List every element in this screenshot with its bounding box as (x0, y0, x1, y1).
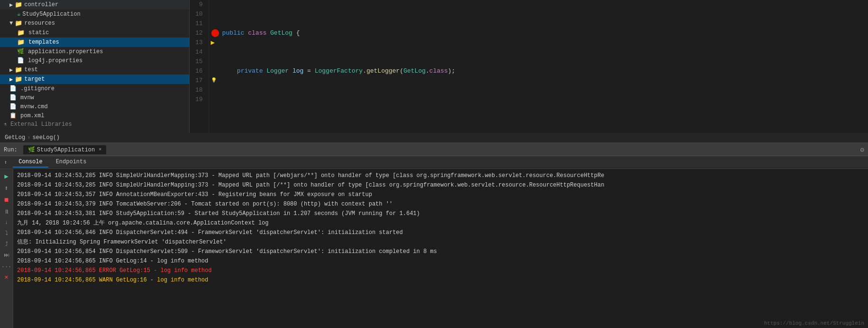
breadcrumb-class: GetLog (5, 134, 25, 141)
tree-pom[interactable]: 📋 pom.xml (0, 111, 189, 120)
class-icon: ☕ (17, 10, 20, 18)
line-numbers: 9 10 11 12 13 14 15 16 17 18 19 (190, 0, 209, 133)
breadcrumb-bar: GetLog › seeLog() (0, 133, 868, 143)
bottom-with-toolbar: ▶ ⬆ ■ ⏸ ↓ ⤵ ⤴ ⏭ ... ✕ 2018-09-14 10:24:5… (0, 169, 868, 328)
tree-mvnw-cmd[interactable]: 📄 mvnw.cmd (0, 102, 189, 111)
console-line-12: 2018-09-14 10:24:56,865 WARN GetLog:16 -… (13, 275, 868, 285)
leaf-icon: 🌿 (17, 48, 24, 55)
arrow-right-icon: ▶ (9, 76, 13, 83)
console-line-10: 2018-09-14 10:24:56,865 INFO GetLog:14 -… (13, 256, 868, 266)
watermark: https://blog.csdn.net/Strugglein (764, 320, 864, 326)
tree-test[interactable]: ▶ 📁 test (0, 65, 189, 75)
folder-icon: 📁 (15, 19, 22, 27)
xml-icon: 📋 (9, 112, 17, 119)
tree-controller[interactable]: ▶ 📁 controller (0, 0, 189, 9)
file-icon: 📄 (9, 94, 17, 101)
bottom-panel: Run: 🌿 Study5Application × ⚙ ⬆ Console E… (0, 143, 868, 328)
code-editor[interactable]: 9 10 11 12 13 14 15 16 17 18 19 ⬤ ▶ (190, 0, 868, 133)
tree-log4j[interactable]: 📄 log4j.properties (0, 56, 189, 65)
run-button[interactable]: ▶ (3, 171, 9, 182)
settings-icon[interactable]: ⚙ (860, 146, 864, 154)
code-line-10: private Logger log = LoggerFactory.getLo… (222, 66, 864, 76)
step-over-button[interactable]: ↓ (3, 218, 9, 227)
console-output: 2018-09-14 10:24:53,285 INFO SimpleUrlHa… (13, 169, 868, 328)
code-line-9: public class GetLog { (222, 28, 864, 38)
spring-icon: 🌿 (28, 146, 35, 153)
run-label: Run: (4, 147, 18, 153)
console-line-8: 信息: Initializing Spring FrameworkServlet… (13, 237, 868, 247)
tree-gitignore[interactable]: 📄 .gitignore (0, 84, 189, 93)
console-line-3: 2018-09-14 10:24:53,357 INFO AnnotationM… (13, 190, 868, 199)
stop-button[interactable]: ⬆ (3, 183, 9, 194)
run-bar: Run: 🌿 Study5Application × ⚙ (0, 144, 868, 156)
arrow-right-icon: ▶ (9, 66, 13, 74)
breadcrumb-method: seeLog() (32, 134, 60, 141)
console-line-1: 2018-09-14 10:24:53,285 INFO SimpleUrlHa… (13, 171, 868, 180)
folder-icon: 📁 (15, 75, 22, 83)
run-app-name: Study5Application (37, 147, 95, 153)
rerun-button[interactable]: ■ (3, 195, 10, 206)
tree-static[interactable]: 📁 static (0, 28, 189, 37)
folder-icon: 📁 (17, 29, 25, 37)
clear-button[interactable]: ✕ (3, 272, 9, 282)
updown-icon[interactable]: ⬆ (4, 159, 7, 166)
tree-target[interactable]: ▶ 📁 target (0, 75, 189, 84)
arrow-right-icon: ▶ (9, 1, 13, 9)
tab-console[interactable]: Console (13, 157, 48, 168)
folder-icon: 📁 (15, 1, 22, 9)
console-line-5: 2018-09-14 10:24:53,381 INFO Study5Appli… (13, 209, 868, 218)
console-line-4: 2018-09-14 10:24:53,379 INFO TomcatWebSe… (13, 199, 868, 209)
folder-icon: 📁 (17, 38, 25, 46)
arrow-down-icon: ▼ (9, 20, 13, 27)
evaluate-button[interactable]: ... (0, 261, 13, 271)
file-tree[interactable]: ▶ 📁 controller ☕ Study5Application ▼ 📁 r… (0, 0, 190, 133)
run-tab[interactable]: 🌿 Study5Application × (23, 145, 106, 154)
console-line-6: 九月 14, 2018 10:24:56 上午 org.apache.catal… (13, 218, 868, 228)
console-line-9: 2018-09-14 10:24:56,854 INFO DispatcherS… (13, 247, 868, 256)
run-to-cursor-button[interactable]: ⏭ (2, 250, 11, 260)
code-line-11 (222, 104, 864, 114)
breadcrumb-sep: › (27, 134, 30, 141)
file-icon: 📄 (9, 103, 17, 110)
lib-icon: ⚗️ (4, 122, 7, 127)
file-icon: 📄 (9, 85, 17, 92)
code-gutter: ⬤ ▶ 💡 (209, 0, 219, 133)
tree-resources[interactable]: ▼ 📁 resources (0, 19, 189, 28)
step-into-button[interactable]: ⤵ (4, 228, 9, 238)
console-line-7: 2018-09-14 10:24:56,846 INFO DispatcherS… (13, 228, 868, 237)
tree-mvnw[interactable]: 📄 mvnw (0, 93, 189, 102)
tree-templates[interactable]: 📁 templates (0, 37, 189, 47)
log-icon: 📄 (17, 57, 24, 64)
tree-study5app[interactable]: ☕ Study5Application (0, 9, 189, 19)
console-line-2: 2018-09-14 10:24:53,285 INFO SimpleUrlHa… (13, 180, 868, 190)
tabs-bar: ⬆ Console Endpoints (0, 156, 868, 169)
folder-icon: 📁 (15, 66, 22, 74)
tab-endpoints[interactable]: Endpoints (50, 157, 92, 168)
tree-ext-lib[interactable]: ⚗️ External Libraries (0, 120, 189, 129)
tree-application-properties[interactable]: 🌿 application.properties (0, 47, 189, 56)
run-close-button[interactable]: × (99, 147, 101, 152)
pause-button[interactable]: ⏸ (2, 207, 11, 217)
left-toolbar: ▶ ⬆ ■ ⏸ ↓ ⤵ ⤴ ⏭ ... ✕ (0, 169, 13, 328)
code-content[interactable]: public class GetLog { private Logger log… (219, 0, 868, 133)
console-line-11: 2018-09-14 10:24:56,865 ERROR GetLog:15 … (13, 266, 868, 275)
step-out-button[interactable]: ⤴ (4, 239, 9, 249)
